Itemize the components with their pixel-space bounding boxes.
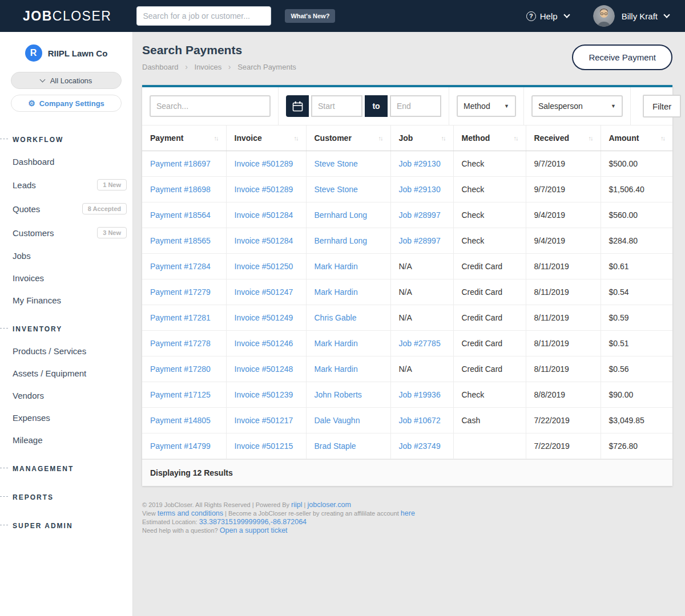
payment-link[interactable]: Payment #17278 bbox=[150, 339, 211, 348]
payment-link[interactable]: Payment #17284 bbox=[150, 262, 211, 271]
user-menu[interactable]: Billy Kraft bbox=[622, 11, 658, 21]
method-select[interactable]: Method ▼ bbox=[457, 95, 516, 117]
job-link[interactable]: Job #10672 bbox=[399, 416, 441, 425]
company-settings-button[interactable]: ⚙ Company Settings bbox=[11, 95, 122, 112]
column-header-job[interactable]: Job↑↓ bbox=[390, 125, 453, 151]
invoice-link[interactable]: Invoice #501247 bbox=[235, 287, 293, 297]
customer-link[interactable]: Steve Stone bbox=[315, 185, 358, 194]
date-start-input[interactable] bbox=[311, 95, 362, 117]
help-menu[interactable]: ? Help bbox=[526, 11, 569, 21]
payment-link[interactable]: Payment #18698 bbox=[150, 185, 211, 194]
affiliate-here-link[interactable]: here bbox=[401, 509, 415, 517]
location-coords-link[interactable]: 33.387315199999996,-86.872064 bbox=[199, 518, 307, 526]
customer-link[interactable]: Mark Hardin bbox=[315, 339, 358, 348]
customer-link[interactable]: Mark Hardin bbox=[315, 364, 358, 374]
sort-icon[interactable]: ↑↓ bbox=[441, 135, 445, 141]
job-link[interactable]: Job #19936 bbox=[399, 390, 441, 399]
invoice-link[interactable]: Invoice #501239 bbox=[235, 390, 293, 399]
breadcrumb-invoices[interactable]: Invoices bbox=[195, 63, 222, 71]
customer-link[interactable]: Steve Stone bbox=[315, 159, 358, 168]
receive-payment-button[interactable]: Receive Payment bbox=[572, 44, 672, 70]
payment-link[interactable]: Payment #17281 bbox=[150, 313, 211, 322]
sidebar-item-leads[interactable]: Leads1 New bbox=[0, 173, 132, 197]
sidebar-item-expenses[interactable]: Expenses bbox=[0, 407, 132, 429]
customer-link[interactable]: Chris Gable bbox=[315, 313, 357, 322]
invoice-link[interactable]: Invoice #501284 bbox=[235, 210, 293, 220]
payment-link[interactable]: Payment #17279 bbox=[150, 287, 211, 297]
customer-link[interactable]: Dale Vaughn bbox=[315, 416, 360, 425]
invoice-link[interactable]: Invoice #501248 bbox=[235, 364, 293, 374]
invoice-link[interactable]: Invoice #501246 bbox=[235, 339, 293, 348]
sort-icon[interactable]: ↑↓ bbox=[514, 135, 518, 141]
sidebar-item-vendors[interactable]: Vendors bbox=[0, 384, 132, 407]
job-link[interactable]: Job #23749 bbox=[399, 441, 441, 451]
column-header-payment[interactable]: Payment↑↓ bbox=[142, 125, 226, 151]
table-search-input[interactable] bbox=[150, 95, 271, 117]
all-locations-dropdown[interactable]: All Locations bbox=[11, 72, 122, 89]
payment-link[interactable]: Payment #14805 bbox=[150, 416, 211, 425]
column-header-method[interactable]: Method↑↓ bbox=[453, 125, 526, 151]
payment-link[interactable]: Payment #17125 bbox=[150, 390, 211, 399]
page-footer: © 2019 JobCloser. All Rights Reserved | … bbox=[142, 501, 672, 552]
sidebar-item-mileage[interactable]: Mileage bbox=[0, 429, 132, 451]
invoice-link[interactable]: Invoice #501289 bbox=[235, 185, 293, 194]
invoice-link[interactable]: Invoice #501217 bbox=[235, 416, 293, 425]
breadcrumb-dashboard[interactable]: Dashboard bbox=[142, 63, 179, 71]
column-header-received[interactable]: Received↑↓ bbox=[526, 125, 601, 151]
sidebar-item-assets-equipment[interactable]: Assets / Equipment bbox=[0, 362, 132, 384]
sidebar-item-jobs[interactable]: Jobs bbox=[0, 245, 132, 267]
column-header-amount[interactable]: Amount↑↓ bbox=[601, 125, 672, 151]
sort-icon[interactable]: ↑↓ bbox=[660, 135, 664, 141]
payment-link[interactable]: Payment #18565 bbox=[150, 236, 211, 245]
invoice-link[interactable]: Invoice #501249 bbox=[235, 313, 293, 322]
sidebar-item-products-services[interactable]: Products / Services bbox=[0, 340, 132, 362]
global-search-input[interactable] bbox=[136, 6, 271, 26]
payment-link[interactable]: Payment #17280 bbox=[150, 364, 211, 374]
sort-icon[interactable]: ↑↓ bbox=[378, 135, 382, 141]
customer-link[interactable]: Mark Hardin bbox=[315, 262, 358, 271]
sidebar-item-customers[interactable]: Customers3 New bbox=[0, 221, 132, 245]
job-link[interactable]: Job #29130 bbox=[399, 159, 441, 168]
terms-link[interactable]: terms and conditions bbox=[158, 509, 223, 517]
sort-icon[interactable]: ↑↓ bbox=[214, 135, 218, 141]
received-value: 7/22/2019 bbox=[534, 416, 570, 425]
customer-link[interactable]: Mark Hardin bbox=[315, 287, 358, 297]
invoice-link[interactable]: Invoice #501289 bbox=[235, 159, 293, 168]
sort-icon[interactable]: ↑↓ bbox=[589, 135, 593, 141]
support-ticket-link[interactable]: Open a support ticket bbox=[220, 526, 288, 534]
sidebar-item-dashboard[interactable]: Dashboard bbox=[0, 151, 132, 173]
chevron-down-icon[interactable] bbox=[663, 11, 670, 18]
customer-link[interactable]: Bernhard Long bbox=[315, 210, 368, 220]
customer-link[interactable]: Brad Staple bbox=[315, 441, 356, 451]
section-dash-icon bbox=[0, 468, 8, 468]
column-header-invoice[interactable]: Invoice↑↓ bbox=[226, 125, 306, 151]
sidebar-item-quotes[interactable]: Quotes8 Accepted bbox=[0, 197, 132, 221]
job-link[interactable]: Job #27785 bbox=[399, 339, 441, 348]
all-locations-label: All Locations bbox=[50, 76, 92, 85]
riipl-link[interactable]: riipl bbox=[291, 501, 302, 509]
salesperson-select[interactable]: Salesperson ▼ bbox=[531, 95, 623, 117]
payment-link[interactable]: Payment #18564 bbox=[150, 210, 211, 220]
calendar-button[interactable] bbox=[286, 95, 309, 117]
job-link[interactable]: Job #28997 bbox=[399, 236, 441, 245]
job-link[interactable]: Job #28997 bbox=[399, 210, 441, 220]
invoice-link[interactable]: Invoice #501215 bbox=[235, 441, 293, 451]
payment-link[interactable]: Payment #18697 bbox=[150, 159, 211, 168]
filter-button[interactable]: Filter bbox=[643, 95, 681, 117]
column-header-customer[interactable]: Customer↑↓ bbox=[306, 125, 390, 151]
sidebar-item-my-finances[interactable]: My Finances bbox=[0, 289, 132, 311]
sidebar-item-invoices[interactable]: Invoices bbox=[0, 267, 132, 289]
customer-link[interactable]: Bernhard Long bbox=[315, 236, 368, 245]
whats-new-button[interactable]: What's New? bbox=[285, 9, 335, 23]
breadcrumb-separator: › bbox=[228, 62, 231, 71]
cell-invoice: Invoice #501217 bbox=[226, 408, 306, 433]
invoice-link[interactable]: Invoice #501284 bbox=[235, 236, 293, 245]
date-end-input[interactable] bbox=[390, 95, 441, 117]
user-avatar[interactable] bbox=[593, 5, 615, 27]
jobcloser-link[interactable]: jobcloser.com bbox=[307, 501, 350, 509]
customer-link[interactable]: John Roberts bbox=[315, 390, 362, 399]
payment-link[interactable]: Payment #14799 bbox=[150, 441, 211, 451]
invoice-link[interactable]: Invoice #501250 bbox=[235, 262, 293, 271]
sort-icon[interactable]: ↑↓ bbox=[294, 135, 298, 141]
job-link[interactable]: Job #29130 bbox=[399, 185, 441, 194]
